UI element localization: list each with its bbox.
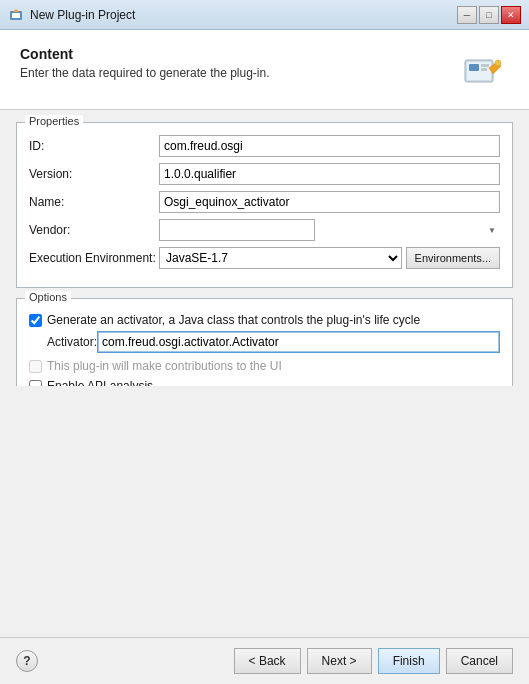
api-analysis-label: Enable API analysis [47,379,153,386]
spacer [0,386,529,638]
svg-marker-2 [13,9,19,12]
svg-rect-5 [469,64,479,71]
maximize-button[interactable]: □ [479,6,499,24]
close-button[interactable]: ✕ [501,6,521,24]
svg-rect-6 [481,64,489,67]
svg-rect-1 [12,13,20,18]
next-button[interactable]: Next > [307,648,372,674]
ui-contributions-label: This plug-in will make contributions to … [47,359,282,373]
exec-env-label: Execution Environment: [29,251,159,265]
back-button[interactable]: < Back [234,648,301,674]
id-label: ID: [29,139,159,153]
window-controls: ─ □ ✕ [457,6,521,24]
help-button[interactable]: ? [16,650,38,672]
generate-activator-label: Generate an activator, a Java class that… [47,313,420,327]
version-label: Version: [29,167,159,181]
plugin-header-icon [461,46,509,94]
title-bar: New Plug-in Project ─ □ ✕ [0,0,529,30]
properties-group-title: Properties [25,115,83,127]
environments-button[interactable]: Environments... [406,247,500,269]
generate-activator-row: Generate an activator, a Java class that… [29,313,500,327]
api-analysis-checkbox[interactable] [29,380,42,386]
activator-label: Activator: [29,335,97,349]
activator-input[interactable] [97,331,500,353]
window-icon [8,7,24,23]
exec-env-select[interactable]: JavaSE-1.7 [159,247,402,269]
activator-row: Activator: [29,331,500,353]
svg-point-8 [495,60,501,66]
footer: ? < Back Next > Finish Cancel [0,637,529,684]
name-input[interactable] [159,191,500,213]
window-title: New Plug-in Project [30,8,135,22]
cancel-button[interactable]: Cancel [446,648,513,674]
page-subtitle: Enter the data required to generate the … [20,66,270,80]
content-area: Properties ID: Version: Name: Vendor: [0,110,529,386]
api-analysis-row: Enable API analysis [29,379,500,386]
generate-activator-checkbox[interactable] [29,314,42,327]
name-label: Name: [29,195,159,209]
vendor-label: Vendor: [29,223,159,237]
ui-contributions-row: This plug-in will make contributions to … [29,359,500,373]
finish-button[interactable]: Finish [378,648,440,674]
id-input[interactable] [159,135,500,157]
properties-group: Properties ID: Version: Name: Vendor: [16,122,513,288]
exec-env-row: Execution Environment: JavaSE-1.7 Enviro… [29,247,500,269]
svg-rect-7 [481,68,487,71]
ui-contributions-checkbox[interactable] [29,360,42,373]
options-group: Options Generate an activator, a Java cl… [16,298,513,386]
dialog-body: Content Enter the data required to gener… [0,30,529,684]
page-title: Content [20,46,270,62]
version-row: Version: [29,163,500,185]
options-group-title: Options [25,291,71,303]
footer-buttons: < Back Next > Finish Cancel [234,648,513,674]
version-input[interactable] [159,163,500,185]
minimize-button[interactable]: ─ [457,6,477,24]
header-section: Content Enter the data required to gener… [0,30,529,110]
id-row: ID: [29,135,500,157]
vendor-row: Vendor: [29,219,500,241]
name-row: Name: [29,191,500,213]
vendor-input[interactable] [159,219,315,241]
